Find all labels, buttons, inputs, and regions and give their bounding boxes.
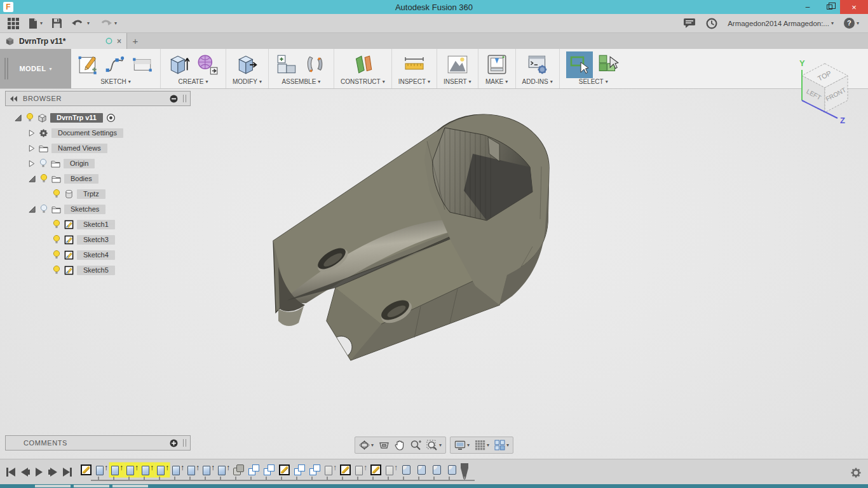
paint-select-icon[interactable] xyxy=(597,53,621,77)
tree-row-root[interactable]: DvrnTrp v11 xyxy=(5,110,191,125)
grid-snap-tool[interactable]: ▾ xyxy=(473,439,491,451)
tree-row-sketches[interactable]: Sketches xyxy=(5,201,191,217)
timeline-item-pattern[interactable] xyxy=(294,464,305,475)
bulb-on-icon[interactable] xyxy=(39,173,48,184)
document-tab[interactable]: DvrnTrp v11* × xyxy=(0,33,127,49)
panel-grip[interactable] xyxy=(183,439,186,447)
go-to-start-button[interactable] xyxy=(6,468,15,477)
press-pull-icon[interactable] xyxy=(235,53,259,77)
help-menu[interactable]: ? ▾ xyxy=(844,18,859,29)
tree-label[interactable]: Origin xyxy=(64,159,95,168)
bulb-on-icon[interactable] xyxy=(52,219,61,229)
tree-label[interactable]: Sketch1 xyxy=(77,220,115,229)
browser-header[interactable]: BROWSER xyxy=(5,91,191,106)
tree-row-bodies[interactable]: Bodies xyxy=(5,171,191,186)
go-to-end-button[interactable] xyxy=(63,468,72,477)
app-grid-button[interactable] xyxy=(8,18,19,29)
user-account-menu[interactable]: Armagedon2014 Armagedon:... ▾ xyxy=(728,20,834,27)
collapse-panel-icon[interactable] xyxy=(10,95,18,102)
timeline-item-extrude[interactable] xyxy=(96,464,107,475)
view-cube[interactable]: TOP LEFT FRONT Y Z xyxy=(785,58,862,128)
timeline-item-sketch[interactable] xyxy=(370,464,381,475)
timeline-item-extrude[interactable] xyxy=(126,464,137,475)
tree-row-body-trptz[interactable]: Trptz xyxy=(5,186,191,201)
tree-row-sketch4[interactable]: Sketch4 xyxy=(5,247,191,262)
step-forward-button[interactable] xyxy=(48,468,57,477)
timeline-item-extrude-pale[interactable] xyxy=(386,464,397,475)
tree-row-sketch3[interactable]: Sketch3 xyxy=(5,232,191,247)
timeline-item-extrude[interactable] xyxy=(187,464,198,475)
save-button[interactable] xyxy=(51,18,62,29)
construct-menu[interactable]: CONSTRUCT▾ xyxy=(341,78,385,86)
bulb-off-icon[interactable] xyxy=(39,158,48,168)
tree-row-sketch5[interactable]: Sketch5 xyxy=(5,262,191,278)
timeline-item-pattern[interactable] xyxy=(248,464,259,475)
pan-tool[interactable] xyxy=(393,439,406,451)
timeline-item-extrude[interactable] xyxy=(172,464,183,475)
rectangle-icon[interactable] xyxy=(131,53,154,76)
sketch-menu[interactable]: SKETCH▾ xyxy=(100,78,131,86)
3d-print-icon[interactable] xyxy=(485,53,509,77)
expanded-arrow-icon[interactable] xyxy=(28,175,36,183)
timeline-item-combine[interactable] xyxy=(233,464,244,475)
bulb-on-icon[interactable] xyxy=(52,265,61,275)
create-form-icon[interactable] xyxy=(195,53,219,77)
panel-minimize-icon[interactable] xyxy=(170,95,178,103)
timeline-item-extrude[interactable] xyxy=(157,464,168,475)
tree-row-sketch1[interactable]: Sketch1 xyxy=(5,217,191,232)
display-settings-tool[interactable]: ▾ xyxy=(453,440,471,451)
timeline-item-extrude-pale[interactable] xyxy=(325,464,336,475)
timeline-item-extrude[interactable] xyxy=(218,464,229,475)
tree-label[interactable]: Document Settings xyxy=(51,128,123,138)
timeline-item-extrude[interactable] xyxy=(203,464,214,475)
timeline-item-extrude[interactable] xyxy=(111,464,122,475)
tree-row-origin[interactable]: Origin xyxy=(5,156,191,171)
timeline-item-fillet[interactable] xyxy=(447,464,458,475)
restore-button[interactable] xyxy=(818,0,840,14)
extrude-icon[interactable] xyxy=(167,53,191,77)
model-clamp-body[interactable] xyxy=(273,114,549,360)
tree-label[interactable]: Bodies xyxy=(64,174,98,184)
construction-plane-icon[interactable] xyxy=(351,53,375,77)
bulb-on-icon[interactable] xyxy=(52,189,61,199)
expanded-arrow-icon[interactable] xyxy=(14,114,22,122)
timeline-item-pattern[interactable] xyxy=(264,464,275,475)
tree-label[interactable]: Trptz xyxy=(77,189,105,199)
collapsed-arrow-icon[interactable] xyxy=(28,159,36,168)
inspect-menu[interactable]: INSPECT▾ xyxy=(398,78,430,86)
look-at-tool[interactable] xyxy=(377,440,391,451)
tree-label[interactable]: Sketch5 xyxy=(77,266,115,275)
activate-radio-icon[interactable] xyxy=(106,113,116,123)
bulb-on-icon[interactable] xyxy=(52,234,61,245)
create-menu[interactable]: CREATE▾ xyxy=(179,78,208,86)
spline-icon[interactable] xyxy=(104,53,127,76)
timeline-item-fillet[interactable] xyxy=(416,464,427,475)
viewports-tool[interactable]: ▾ xyxy=(493,439,510,451)
zoom-tool[interactable] xyxy=(409,439,423,451)
undo-button[interactable]: ▾ xyxy=(71,18,90,29)
tree-root-label[interactable]: DvrnTrp v11 xyxy=(50,113,103,123)
panel-grip[interactable] xyxy=(183,95,186,102)
tree-row-document-settings[interactable]: Document Settings xyxy=(5,125,191,140)
addins-menu[interactable]: ADD-INS▾ xyxy=(522,78,553,86)
timeline-item-fillet[interactable] xyxy=(431,464,442,475)
comments-qat-icon[interactable] xyxy=(683,18,696,29)
timeline-item-sketch[interactable] xyxy=(340,464,351,475)
collapsed-arrow-icon[interactable] xyxy=(28,129,36,137)
insert-menu[interactable]: INSERT▾ xyxy=(444,78,471,86)
timeline-item-sketch[interactable] xyxy=(81,464,92,475)
orbit-tool[interactable]: ▾ xyxy=(358,439,375,451)
insert-image-icon[interactable] xyxy=(445,53,470,77)
fit-tool[interactable]: ▾ xyxy=(425,439,443,451)
tree-label[interactable]: Sketch4 xyxy=(77,250,115,260)
joint-icon[interactable] xyxy=(303,53,327,77)
bulb-on-icon[interactable] xyxy=(52,250,61,260)
select-menu[interactable]: SELECT▾ xyxy=(579,78,608,86)
timeline-item-pattern[interactable] xyxy=(309,464,320,475)
assemble-menu[interactable]: ASSEMBLE▾ xyxy=(281,78,320,86)
modify-menu[interactable]: MODIFY▾ xyxy=(233,78,262,86)
timeline-item-extrude[interactable] xyxy=(142,464,153,475)
window-select-button-active[interactable] xyxy=(566,51,593,78)
collapsed-arrow-icon[interactable] xyxy=(28,144,36,152)
job-status-clock-icon[interactable] xyxy=(706,18,717,29)
